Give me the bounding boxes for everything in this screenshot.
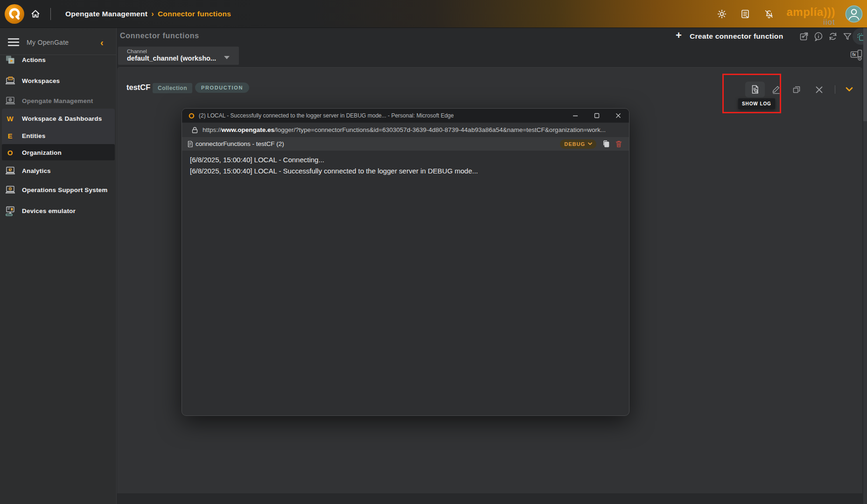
- production-badge: PRODUCTION: [195, 83, 249, 93]
- release-notes-button[interactable]: [740, 9, 750, 19]
- sidebar-title: My OpenGate: [27, 39, 69, 46]
- logger-header: connectorFunctions - testCF (2) DEBUG: [182, 137, 629, 151]
- trash-icon: [615, 140, 622, 148]
- lock-icon: [191, 126, 198, 134]
- export-icon: [799, 31, 809, 41]
- url-path: /logger/?type=connectorFunctions&id=6303…: [274, 126, 606, 133]
- sidebar-item-label: Opengate Management: [22, 97, 93, 104]
- letter-e-icon: E: [4, 132, 16, 140]
- analytics-icon: [4, 165, 16, 176]
- breadcrumb-current: Connector functions: [158, 10, 231, 18]
- topbar-divider: [50, 8, 51, 20]
- export-button[interactable]: [799, 31, 809, 41]
- sidebar-item-label: Analytics: [22, 167, 51, 174]
- window-title: (2) LOCAL - Successfully connected to th…: [199, 112, 454, 119]
- connector-function-device-button[interactable]: fx: [850, 48, 863, 62]
- page-scrollbar-thumb[interactable]: [863, 28, 867, 121]
- opengate-logo[interactable]: [4, 4, 25, 24]
- sidebar-item-label: Operations Support System: [22, 186, 108, 193]
- amplia-brand-logo: amplía))): [786, 6, 835, 19]
- collection-badge: Collection: [153, 83, 192, 93]
- duplicate-icon: [792, 85, 801, 94]
- sidebar-item-label: Actions: [22, 56, 46, 63]
- sidebar-item-operations-support-system[interactable]: Operations Support System: [0, 181, 117, 198]
- notifications-muted-button[interactable]: [763, 9, 774, 19]
- channel-value: default_channel (worksho...: [127, 55, 239, 62]
- expand-function-button[interactable]: [846, 87, 853, 92]
- channel-caret-icon: [224, 56, 230, 59]
- channel-label: Channel: [127, 48, 239, 54]
- address-bar[interactable]: https://www.opengate.es/logger/?type=con…: [182, 123, 629, 137]
- sidebar-item-label: Devices emulator: [22, 207, 76, 214]
- create-connector-function-button[interactable]: Create connector function: [690, 32, 783, 41]
- opengate-favicon: [189, 113, 195, 119]
- sidebar: My OpenGate ‹ Actions Workspaces: [0, 28, 117, 504]
- document-icon: [740, 9, 750, 19]
- log-level-value: DEBUG: [564, 141, 585, 147]
- log-level-select[interactable]: DEBUG: [560, 139, 596, 149]
- info-icon: [813, 31, 824, 41]
- url-scheme: https://: [203, 126, 222, 133]
- letter-o-icon: O: [4, 149, 16, 157]
- log-output: [6/8/2025, 15:00:40] LOCAL - Connecting.…: [182, 151, 629, 176]
- chevron-down-icon: [588, 142, 592, 145]
- sidebar-item-opengate-management[interactable]: Opengate Management: [0, 92, 117, 109]
- operations-icon: [4, 184, 16, 195]
- filter-icon: [843, 32, 852, 41]
- sidebar-item-workspace-dashboards[interactable]: W Workspace & Dashboards: [0, 110, 117, 127]
- info-button[interactable]: [813, 31, 824, 41]
- url-domain: www.opengate.es: [222, 126, 275, 133]
- maximize-icon: [594, 113, 600, 118]
- window-title-bar[interactable]: (2) LOCAL - Successfully connected to th…: [182, 109, 629, 123]
- red-annotation-box: [722, 74, 781, 113]
- sidebar-item-entities[interactable]: E Entities: [0, 127, 117, 144]
- close-icon: [615, 113, 621, 118]
- breadcrumb-root[interactable]: Opengate Management: [65, 10, 147, 18]
- sidebar-item-label: Workspace & Dashboards: [22, 115, 102, 122]
- connector-function-name: testCF: [126, 83, 150, 92]
- home-button[interactable]: [30, 8, 41, 20]
- log-line: [6/8/2025, 15:00:40] LOCAL - Connecting.…: [190, 154, 629, 166]
- url-text: https://www.opengate.es/logger/?type=con…: [203, 126, 606, 133]
- breadcrumb: Opengate Management›Connector functions: [65, 10, 231, 18]
- top-app-bar: Opengate Management›Connector functions …: [0, 0, 867, 28]
- page-title: Connector functions: [120, 32, 199, 40]
- maximize-button[interactable]: [586, 109, 608, 123]
- actions-icon: [4, 54, 16, 65]
- duplicate-button[interactable]: [792, 85, 801, 94]
- edge-logger-window: (2) LOCAL - Successfully connected to th…: [182, 108, 629, 416]
- minimize-icon: [573, 113, 578, 118]
- logger-title: connectorFunctions - testCF (2): [196, 140, 284, 147]
- row-divider: [835, 85, 835, 94]
- bell-off-icon: [763, 9, 774, 19]
- sidebar-item-label: Organization: [22, 149, 62, 156]
- letter-w-icon: W: [4, 115, 16, 123]
- theme-toggle-button[interactable]: [717, 9, 727, 19]
- window-close-button[interactable]: [608, 109, 629, 123]
- create-connector-plus-icon[interactable]: +: [676, 30, 682, 41]
- copy-icon: [602, 140, 610, 148]
- sidebar-item-label: Workspaces: [22, 77, 60, 84]
- channel-select[interactable]: Channel default_channel (worksho...: [118, 47, 239, 65]
- minimize-button[interactable]: [565, 109, 586, 123]
- breadcrumb-separator-icon: ›: [151, 10, 154, 18]
- sidebar-collapse-button[interactable]: ‹: [100, 38, 104, 47]
- devices-emulator-icon: [4, 205, 16, 216]
- sidebar-item-analytics[interactable]: Analytics: [0, 162, 117, 179]
- sidebar-item-label: Entities: [22, 132, 45, 139]
- sidebar-item-devices-emulator[interactable]: Devices emulator: [0, 202, 117, 219]
- log-line: [6/8/2025, 15:00:40] LOCAL - Successfull…: [190, 166, 629, 177]
- clear-log-button[interactable]: [615, 140, 622, 148]
- fx-label: fx: [853, 52, 856, 57]
- close-function-button[interactable]: [815, 86, 823, 94]
- sun-icon: [717, 9, 727, 19]
- copy-log-button[interactable]: [602, 140, 610, 148]
- hamburger-menu-icon[interactable]: [7, 38, 20, 46]
- log-document-icon: [187, 140, 194, 148]
- user-avatar[interactable]: [845, 5, 863, 23]
- sidebar-item-workspaces[interactable]: Workspaces: [0, 72, 117, 89]
- sidebar-item-organization[interactable]: O Organization: [0, 144, 117, 161]
- sidebar-item-actions[interactable]: Actions: [0, 51, 117, 68]
- filter-button[interactable]: [843, 32, 852, 41]
- refresh-button[interactable]: [828, 31, 838, 41]
